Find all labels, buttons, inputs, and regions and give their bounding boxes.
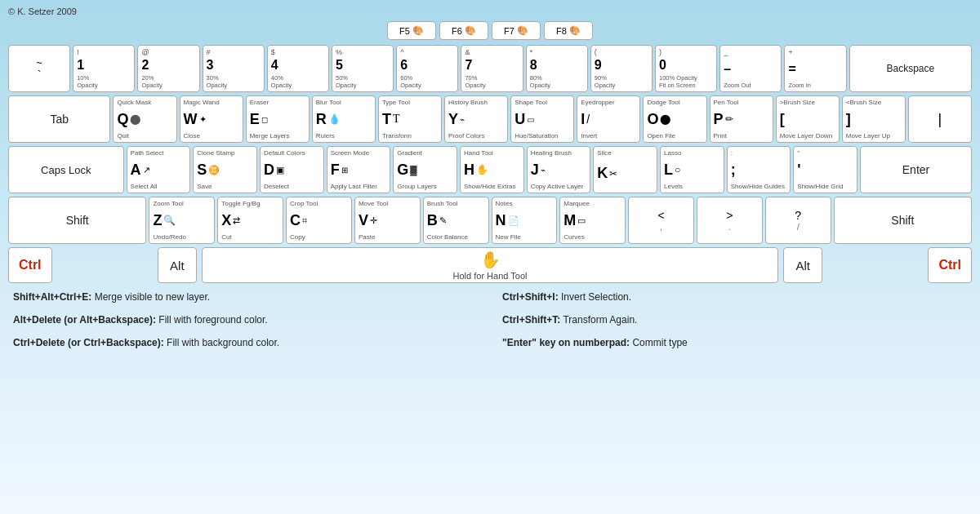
key-f[interactable]: Screen Mode F ⊞ Apply Last Filter	[327, 146, 391, 193]
alt-left-key[interactable]: Alt	[158, 247, 197, 283]
key-7[interactable]: & 7 70%Opacity	[461, 45, 523, 92]
f7-icon: 🎨	[517, 25, 528, 36]
spacebar-label: Hold for Hand Tool	[453, 271, 528, 281]
key-m[interactable]: Marquee M ▭ Curves	[559, 197, 626, 244]
key-j[interactable]: Healing Brush J ⌁ Copy Active Layer	[527, 146, 591, 193]
key-2[interactable]: @ 2 20%Opacity	[137, 45, 199, 92]
key-o[interactable]: Dodge Tool O ⬤ Open File	[643, 95, 706, 143]
capslock-key[interactable]: Caps Lock	[8, 146, 124, 193]
key-bracket-close[interactable]: <Brush Size ] Move Layer Up	[842, 95, 906, 143]
key-6[interactable]: ^ 6 60%Opacity	[396, 45, 458, 92]
key-4[interactable]: $ 4 40%Opacity	[267, 45, 329, 92]
shortcut-6: "Enter" key on numberpad: Commit type	[502, 335, 967, 350]
key-h[interactable]: Hand Tool H ✋ Show/Hide Extras	[460, 146, 524, 193]
shortcut-4: Ctrl+Shift+I: Invert Selection.	[502, 290, 967, 304]
keyboard-shortcut-guide: © K. Setzer 2009 F5 🎨 F6 🎨 F7 🎨 F8 🎨 ~ `…	[0, 0, 980, 361]
key-equals[interactable]: + = Zoom In	[784, 45, 846, 92]
key-9[interactable]: ( 9 90%Opacity	[590, 45, 653, 92]
spacebar-key[interactable]: ✋ Hold for Hand Tool	[202, 247, 779, 283]
f6-key[interactable]: F6 🎨	[439, 21, 488, 40]
key-n[interactable]: Notes N 📄 New File	[492, 197, 558, 244]
key-slash[interactable]: ? /	[765, 197, 831, 244]
f5-label: F5	[399, 26, 410, 36]
key-gt[interactable]: > .	[697, 197, 763, 244]
fkeys-row: F5 🎨 F6 🎨 F7 🎨 F8 🎨	[8, 21, 972, 40]
key-p[interactable]: Pen Tool P ✏ Print	[710, 95, 773, 143]
key-t[interactable]: Type Tool T T Transform	[378, 95, 442, 143]
key-bracket-open[interactable]: >Brush Size [ Move Layer Down	[776, 95, 840, 143]
key-1[interactable]: ! 1 10%Opacity	[73, 45, 135, 92]
copyright-text: © K. Setzer 2009	[8, 7, 972, 16]
key-y[interactable]: History Brush Y ⌁ Proof Colors	[444, 95, 508, 143]
hand-icon: ✋	[480, 250, 501, 269]
key-3[interactable]: # 3 30%Opacity	[203, 45, 265, 92]
modifier-row: Ctrl Alt ✋ Hold for Hand Tool Alt Ctrl	[8, 247, 972, 283]
f8-label: F8	[556, 26, 567, 36]
key-r[interactable]: Blur Tool R 💧 Rulers	[312, 95, 376, 143]
shortcut-2: Alt+Delete (or Alt+Backspace): Fill with…	[13, 312, 478, 327]
key-e[interactable]: Eraser E ◻ Merge Layers	[246, 95, 310, 143]
shortcut-5: Ctrl+Shift+T: Transform Again.	[502, 312, 967, 327]
zxcv-row: Shift Zoom Tool Z 🔍 Undo/Redo Toggle Fg/…	[8, 197, 972, 244]
number-row: ~ ` ! 1 10%Opacity @ 2 20%Opacity # 3 30…	[8, 45, 972, 92]
backspace-key[interactable]: Backspace	[849, 45, 972, 92]
shortcut-1: Shift+Alt+Ctrl+E: Merge visible to new l…	[13, 290, 478, 304]
key-minus[interactable]: _ – Zoom Out	[719, 45, 782, 92]
asdf-row: Caps Lock Path Select A ↗ Select All Clo…	[8, 146, 972, 193]
key-b[interactable]: Brush Tool B ✎ Color Balance	[423, 197, 489, 244]
tab-key[interactable]: Tab	[8, 95, 110, 143]
key-5[interactable]: % 5 50%Opacity	[332, 45, 394, 92]
key-w[interactable]: Magic Wand W ✦ Close	[180, 95, 243, 143]
f8-key[interactable]: F8 🎨	[544, 21, 593, 40]
shortcuts-section: Shift+Alt+Ctrl+E: Merge visible to new l…	[8, 290, 972, 355]
key-x[interactable]: Toggle Fg/Bg X ⇄ Cut	[217, 197, 283, 244]
key-semicolon[interactable]: : ; Show/Hide Guides	[727, 146, 791, 193]
key-8[interactable]: * 8 80%Opacity	[526, 45, 588, 92]
key-q[interactable]: Quick Mask Q ⬤ Quit	[113, 95, 176, 143]
f7-key[interactable]: F7 🎨	[492, 21, 541, 40]
shift-right-key[interactable]: Shift	[834, 197, 972, 244]
enter-key[interactable]: Enter	[860, 146, 972, 193]
f5-key[interactable]: F5 🎨	[387, 21, 436, 40]
key-l[interactable]: Lasso L ○ Levels	[660, 146, 724, 193]
shift-left-key[interactable]: Shift	[8, 197, 146, 244]
alt-right-key[interactable]: Alt	[783, 247, 822, 283]
key-u[interactable]: Shape Tool U ▭ Hue/Saturation	[510, 95, 574, 143]
key-d[interactable]: Default Colors D ▣ Deselect	[260, 146, 324, 193]
f5-icon: 🎨	[412, 25, 424, 36]
key-c[interactable]: Crop Tool C ⌗ Copy	[286, 197, 352, 244]
key-z[interactable]: Zoom Tool Z 🔍 Undo/Redo	[149, 197, 215, 244]
key-s[interactable]: Clone Stamp S ♊ Save	[193, 146, 257, 193]
f6-icon: 🎨	[465, 25, 476, 36]
key-a[interactable]: Path Select A ↗ Select All	[127, 146, 191, 193]
ctrl-left-key[interactable]: Ctrl	[8, 247, 52, 283]
f7-label: F7	[504, 26, 514, 36]
key-quote[interactable]: " ' Show/Hide Grid	[793, 146, 858, 193]
tilde-key[interactable]: ~ `	[8, 45, 70, 92]
shortcut-3: Ctrl+Delete (or Ctrl+Backspace): Fill wi…	[13, 335, 478, 350]
key-v[interactable]: Move Tool V ✛ Paste	[354, 197, 421, 244]
key-i[interactable]: Eyedropper I / Invert	[577, 95, 640, 143]
key-backslash[interactable]: |	[908, 95, 972, 143]
f8-icon: 🎨	[569, 25, 581, 36]
key-0[interactable]: ) 0 100% OpacityFit on Screen	[655, 45, 717, 92]
key-g[interactable]: Gradient G ▓ Group Layers	[393, 146, 457, 193]
key-lt[interactable]: < ,	[628, 197, 694, 244]
key-k[interactable]: Slice K ✂	[593, 146, 657, 193]
qwerty-row: Tab Quick Mask Q ⬤ Quit Magic Wand W ✦ C…	[8, 95, 972, 143]
f6-label: F6	[452, 26, 462, 36]
ctrl-right-key[interactable]: Ctrl	[928, 247, 972, 283]
